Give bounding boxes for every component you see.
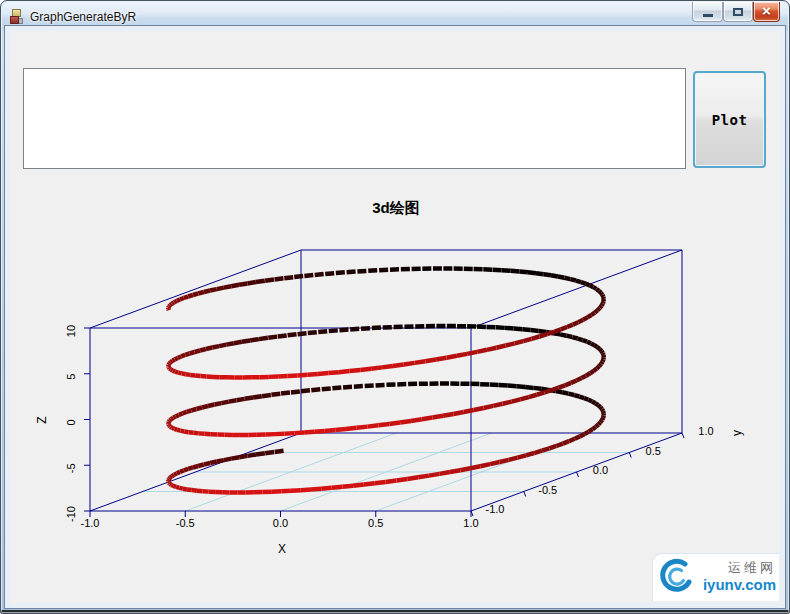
app-icon	[9, 8, 24, 26]
svg-text:0.0: 0.0	[273, 517, 288, 529]
close-icon: ×	[762, 3, 771, 18]
close-button[interactable]: ×	[753, 2, 780, 22]
svg-text:1.0: 1.0	[698, 425, 713, 437]
svg-text:Z: Z	[35, 416, 49, 423]
plot-button[interactable]: Plot	[693, 71, 766, 168]
watermark: 运维网 iyunv.com	[652, 553, 779, 601]
svg-text:-1.0: -1.0	[486, 503, 505, 515]
window-controls: ×	[692, 2, 780, 22]
svg-text:5: 5	[65, 374, 77, 380]
svg-text:X: X	[278, 542, 286, 556]
app-window: GraphGenerateByR × -1.0-0.50.00.51.0-10-…	[0, 0, 790, 614]
command-input[interactable]	[23, 68, 686, 169]
svg-text:1.0: 1.0	[463, 517, 478, 529]
maximize-icon	[733, 8, 743, 16]
chart-title: 3d绘图	[10, 199, 782, 218]
iyunv-logo-icon	[655, 556, 695, 600]
svg-text:0.5: 0.5	[646, 445, 661, 457]
titlebar[interactable]: GraphGenerateByR ×	[2, 2, 788, 31]
svg-text:0: 0	[65, 419, 77, 425]
minimize-button[interactable]	[692, 2, 723, 22]
maximize-button[interactable]	[723, 2, 753, 22]
svg-text:0.5: 0.5	[368, 517, 383, 529]
svg-text:-0.5: -0.5	[176, 517, 195, 529]
client-area: -1.0-0.50.00.51.0-10-50510-1.0-0.50.00.5…	[10, 31, 780, 603]
watermark-site-name: 运维网	[728, 561, 776, 576]
svg-text:-10: -10	[65, 506, 77, 522]
minimize-icon	[703, 14, 713, 17]
svg-text:10: 10	[65, 325, 77, 337]
svg-text:-5: -5	[65, 463, 77, 473]
watermark-site-url: iyunv.com	[703, 576, 776, 593]
svg-text:-0.5: -0.5	[538, 484, 557, 496]
svg-text:-1.0: -1.0	[81, 517, 100, 529]
svg-text:y: y	[730, 430, 744, 436]
svg-text:0.0: 0.0	[593, 464, 608, 476]
window-title: GraphGenerateByR	[30, 10, 136, 24]
watermark-texts: 运维网 iyunv.com	[695, 561, 776, 593]
